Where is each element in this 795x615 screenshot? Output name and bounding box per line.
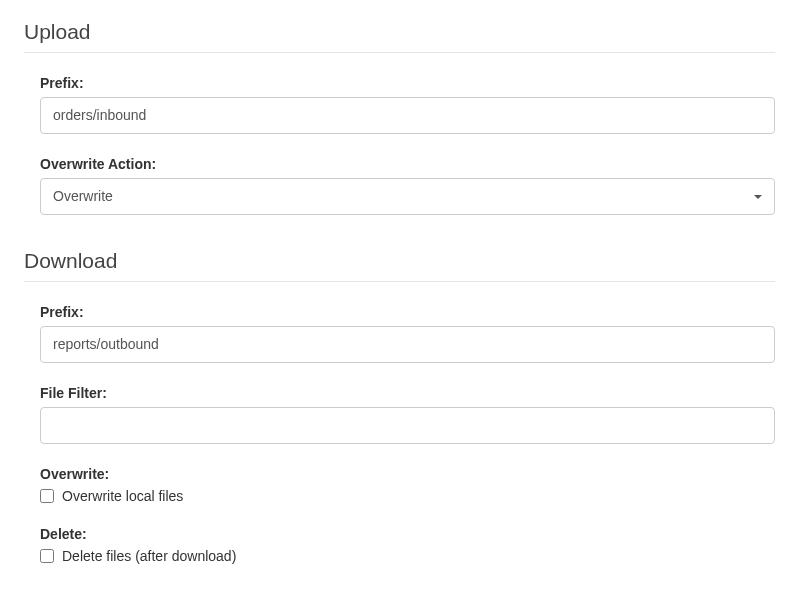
upload-prefix-group: Prefix: (24, 75, 775, 134)
download-delete-checkbox-label[interactable]: Delete files (after download) (62, 548, 236, 564)
download-overwrite-label: Overwrite: (40, 466, 775, 482)
download-delete-label: Delete: (40, 526, 775, 542)
upload-prefix-label: Prefix: (40, 75, 775, 91)
upload-overwrite-action-label: Overwrite Action: (40, 156, 775, 172)
download-file-filter-group: File Filter: (24, 385, 775, 444)
download-prefix-input[interactable] (40, 326, 775, 363)
upload-divider (24, 52, 775, 53)
download-file-filter-label: File Filter: (40, 385, 775, 401)
upload-prefix-input[interactable] (40, 97, 775, 134)
download-overwrite-group: Overwrite: Overwrite local files (24, 466, 775, 504)
download-prefix-group: Prefix: (24, 304, 775, 363)
download-heading: Download (24, 249, 775, 273)
upload-overwrite-action-select[interactable]: Overwrite (40, 178, 775, 215)
upload-overwrite-action-group: Overwrite Action: Overwrite (24, 156, 775, 215)
download-delete-group: Delete: Delete files (after download) (24, 526, 775, 564)
download-overwrite-checkbox[interactable] (40, 489, 54, 503)
download-prefix-label: Prefix: (40, 304, 775, 320)
download-overwrite-checkbox-label[interactable]: Overwrite local files (62, 488, 183, 504)
upload-heading: Upload (24, 20, 775, 44)
download-file-filter-input[interactable] (40, 407, 775, 444)
download-divider (24, 281, 775, 282)
download-delete-checkbox[interactable] (40, 549, 54, 563)
